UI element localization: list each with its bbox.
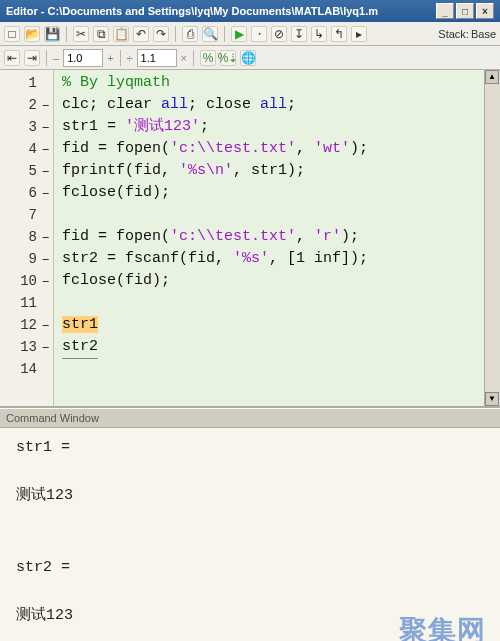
eval-advance-icon[interactable]: %⇣ <box>220 50 236 66</box>
line-number[interactable]: 14 <box>0 358 53 380</box>
open-file-icon[interactable]: 📂 <box>24 26 40 42</box>
output-line: str2 = <box>16 556 484 580</box>
step-out-icon[interactable]: ↰ <box>331 26 347 42</box>
indent-left-icon[interactable]: ⇤ <box>4 50 20 66</box>
publish-icon[interactable]: 🌐 <box>240 50 256 66</box>
run-icon[interactable]: ▶ <box>231 26 247 42</box>
line-number[interactable]: 5 <box>0 160 53 182</box>
multiply-icon[interactable]: × <box>181 52 187 64</box>
maximize-icon[interactable]: □ <box>456 3 474 19</box>
highlighted-token: str1 <box>62 316 98 333</box>
line-number[interactable]: 9 <box>0 248 53 270</box>
title-bar: Editor - C:\Documents and Settings\lyq\M… <box>0 0 500 22</box>
code-line: fclose(fid); <box>62 270 476 292</box>
line-number[interactable]: 6 <box>0 182 53 204</box>
line-number[interactable]: 7 <box>0 204 53 226</box>
breakpoint-clear-icon[interactable]: ⊘ <box>271 26 287 42</box>
code-line: str1 <box>62 314 476 336</box>
minimize-icon[interactable]: _ <box>436 3 454 19</box>
separator <box>120 50 121 66</box>
eval-cell-icon[interactable]: % <box>200 50 216 66</box>
output-line: 测试123 <box>16 484 484 508</box>
command-window-title: Command Window <box>0 408 500 428</box>
divide-icon[interactable]: ÷ <box>127 52 133 64</box>
print-icon[interactable]: ⎙ <box>182 26 198 42</box>
code-area[interactable]: % By lyqmath clc; clear all; close all; … <box>54 70 484 406</box>
close-icon[interactable]: × <box>476 3 494 19</box>
find-icon[interactable]: 🔍 <box>202 26 218 42</box>
output-line <box>16 532 484 556</box>
undo-icon[interactable]: ↶ <box>133 26 149 42</box>
line-number[interactable]: 3 <box>0 116 53 138</box>
line-number-gutter: 1 2 3 4 5 6 7 8 9 10 11 12 13 14 <box>0 70 54 406</box>
stack-selector[interactable]: Stack: Base <box>438 28 496 40</box>
increment-icon[interactable]: + <box>107 52 113 64</box>
line-number[interactable]: 10 <box>0 270 53 292</box>
command-window[interactable]: str1 = 测试123 str2 = 测试123 聚集网 fx >> <box>0 428 500 641</box>
paste-icon[interactable]: 📋 <box>113 26 129 42</box>
code-line <box>62 204 476 226</box>
toolbar-cell: ⇤ ⇥ – + ÷ × % %⇣ 🌐 <box>0 46 500 70</box>
increment-field-2[interactable] <box>137 49 177 67</box>
indent-right-icon[interactable]: ⇥ <box>24 50 40 66</box>
increment-field-1[interactable] <box>63 49 103 67</box>
separator <box>66 26 67 42</box>
stack-label: Stack: <box>438 28 469 40</box>
step-icon[interactable]: ↧ <box>291 26 307 42</box>
editor-pane: 1 2 3 4 5 6 7 8 9 10 11 12 13 14 % By ly… <box>0 70 500 408</box>
code-line: str2 <box>62 336 476 358</box>
copy-icon[interactable]: ⧉ <box>93 26 109 42</box>
scroll-up-icon[interactable]: ▲ <box>485 70 499 84</box>
output-line <box>16 460 484 484</box>
decrement-icon[interactable]: – <box>53 52 59 64</box>
output-line <box>16 508 484 532</box>
separator <box>46 50 47 66</box>
code-line: % By lyqmath <box>62 72 476 94</box>
cut-icon[interactable]: ✂ <box>73 26 89 42</box>
line-number[interactable]: 1 <box>0 72 53 94</box>
toolbar-main: □ 📂 💾 ✂ ⧉ 📋 ↶ ↷ ⎙ 🔍 ▶ ⬝ ⊘ ↧ ↳ ↰ ▸ Stack:… <box>0 22 500 46</box>
line-number[interactable]: 11 <box>0 292 53 314</box>
vertical-scrollbar[interactable]: ▲ ▼ <box>484 70 500 406</box>
code-line: str2 = fscanf(fid, '%s', [1 inf]); <box>62 248 476 270</box>
output-line <box>16 580 484 604</box>
code-line: fid = fopen('c:\\test.txt', 'r'); <box>62 226 476 248</box>
output-line: str1 = <box>16 436 484 460</box>
code-line: fclose(fid); <box>62 182 476 204</box>
line-number[interactable]: 8 <box>0 226 53 248</box>
code-line: clc; clear all; close all; <box>62 94 476 116</box>
window-controls: _ □ × <box>436 3 494 19</box>
separator <box>224 26 225 42</box>
code-line <box>62 292 476 314</box>
separator <box>175 26 176 42</box>
line-number[interactable]: 4 <box>0 138 53 160</box>
step-in-icon[interactable]: ↳ <box>311 26 327 42</box>
line-number[interactable]: 13 <box>0 336 53 358</box>
save-file-icon[interactable]: 💾 <box>44 26 60 42</box>
code-line: fid = fopen('c:\\test.txt', 'wt'); <box>62 138 476 160</box>
window-title: Editor - C:\Documents and Settings\lyq\M… <box>6 5 378 17</box>
scroll-down-icon[interactable]: ▼ <box>485 392 499 406</box>
separator <box>193 50 194 66</box>
code-line: fprintf(fid, '%s\n', str1); <box>62 160 476 182</box>
output-line: 测试123 <box>16 604 484 628</box>
code-line: str1 = '测试123'; <box>62 116 476 138</box>
breakpoint-toggle-icon[interactable]: ⬝ <box>251 26 267 42</box>
continue-icon[interactable]: ▸ <box>351 26 367 42</box>
line-number[interactable]: 12 <box>0 314 53 336</box>
line-number[interactable]: 2 <box>0 94 53 116</box>
stack-value: Base <box>471 28 496 40</box>
redo-icon[interactable]: ↷ <box>153 26 169 42</box>
new-file-icon[interactable]: □ <box>4 26 20 42</box>
